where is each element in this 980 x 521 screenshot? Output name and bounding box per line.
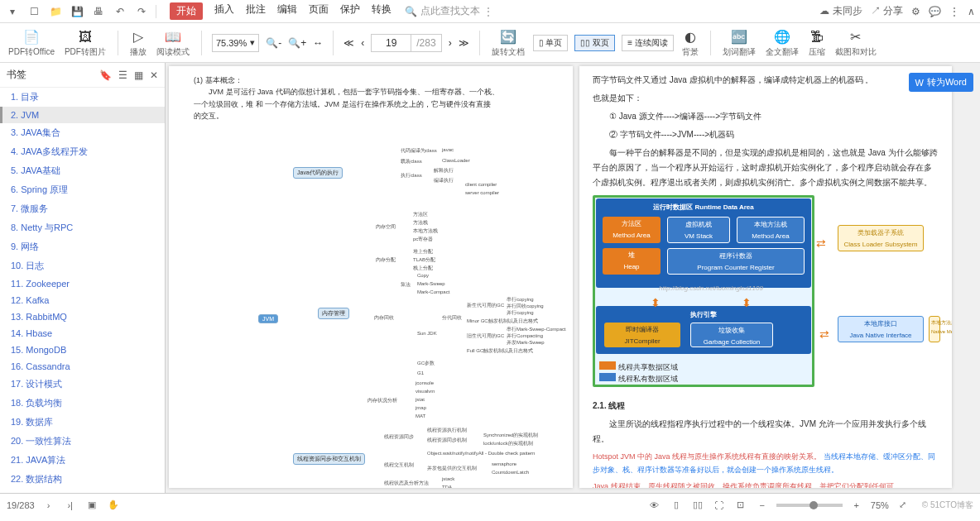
tab-convert[interactable]: 转换 [372, 2, 392, 20]
mind-leaf: javac [442, 147, 454, 152]
sidebar-item[interactable]: 17. 设计模式 [0, 375, 165, 394]
sidebar-item[interactable]: 7. 微服务 [0, 199, 165, 218]
bookmarks-icon[interactable]: 🔖 [99, 69, 112, 81]
view-double[interactable]: ▯▯ 双页 [574, 35, 615, 51]
settings-icon[interactable]: ⚙ [911, 6, 920, 17]
tab-protect[interactable]: 保护 [340, 2, 360, 20]
sidebar-item[interactable]: 9. 网络 [0, 237, 165, 256]
sidebar-item[interactable]: 2. JVM [0, 107, 165, 123]
mind-leaf: semaphore [492, 461, 516, 466]
sidebar-item[interactable]: 1. 目录 [0, 88, 165, 107]
menu-more[interactable]: ⋮ [949, 6, 959, 17]
fullscreen-icon[interactable]: ⛶ [712, 498, 727, 513]
close-icon[interactable]: ✕ [150, 69, 158, 81]
nav-prev-icon[interactable]: ‹ [361, 37, 364, 49]
status-hand-icon[interactable]: ✋ [106, 498, 121, 513]
sidebar-item[interactable]: 5. JAVA基础 [0, 161, 165, 180]
rotate-button[interactable]: 🔄旋转文档 [490, 28, 526, 58]
mind-leaf: 线程交互机制 [384, 461, 414, 469]
fulltext-translate[interactable]: 🌐全文翻译 [764, 28, 800, 58]
mind-leaf: Full GC触发机制以及日志格式 [467, 347, 533, 355]
pdf-to-image[interactable]: 🖼PDF转图片 [63, 28, 108, 58]
view-double-icon[interactable]: ▯▯ [690, 498, 705, 513]
mind-node: Java代码的执行 [293, 167, 343, 179]
sidebar-item[interactable]: 14. Hbase [0, 325, 165, 342]
mind-leaf: Minor GC触发机制以及日志格式 [467, 318, 538, 325]
expand-icon[interactable]: ⤢ [896, 498, 910, 513]
tab-edit[interactable]: 编辑 [277, 2, 297, 20]
app-menu[interactable]: ▾ [5, 4, 20, 19]
sidebar-item[interactable]: 15. MongoDB [0, 342, 165, 358]
sidebar-item[interactable]: 6. Spring 原理 [0, 180, 165, 199]
sidebar-item[interactable]: 16. Cassandra [0, 358, 165, 375]
mind-leaf: Sun JDK [417, 331, 437, 336]
zoom-out-icon[interactable]: 🔍- [266, 37, 281, 49]
search-input[interactable]: 🔍 点此查找文本 ⋮ [405, 4, 493, 18]
crop-button[interactable]: ✂截图和对比 [833, 28, 878, 58]
mind-leaf: 堆上分配 [413, 248, 433, 256]
sidebar-item[interactable]: 12. Kafka [0, 292, 165, 308]
view-single[interactable]: ▯ 单页 [533, 35, 569, 51]
print-icon[interactable]: 🖶 [91, 4, 106, 19]
nav-last-icon[interactable]: ≫ [459, 37, 469, 49]
zoom-control[interactable]: 75.39%▾ [212, 34, 259, 52]
sidebar-item[interactable]: 19. 数据库 [0, 413, 165, 432]
sidebar-item[interactable]: 10. 日志 [0, 256, 165, 275]
mind-leaf: 线程资源执行机制 [427, 427, 467, 434]
sidebar-item[interactable]: 3. JAVA集合 [0, 123, 165, 142]
status-prev-icon[interactable]: › [41, 498, 56, 513]
pdf-to-office[interactable]: 📄PDF转Office [7, 28, 56, 58]
play-button[interactable]: ▷播放 [128, 28, 148, 58]
fit-icon[interactable]: ⊡ [733, 498, 748, 513]
zoom-in-icon[interactable]: + [849, 498, 864, 513]
sidebar-item[interactable]: 18. 负载均衡 [0, 394, 165, 413]
view-continuous[interactable]: ≡ 连续阅读 [622, 35, 674, 51]
mind-leaf: 代码编译为class [401, 147, 437, 155]
tab-insert[interactable]: 插入 [214, 2, 234, 20]
sidebar-item[interactable]: 8. Netty 与RPC [0, 218, 165, 237]
read-mode[interactable]: 📖阅读模式 [155, 28, 191, 58]
thumbnails-icon[interactable]: ▦ [134, 69, 143, 81]
nav-next-icon[interactable]: › [449, 37, 452, 49]
tab-page[interactable]: 页面 [309, 2, 329, 20]
view-mode-icon[interactable]: ▯ [669, 498, 684, 513]
sidebar-item[interactable]: 21. JAVA算法 [0, 451, 165, 470]
compress-button[interactable]: 🗜压缩 [807, 28, 827, 58]
fit-width-icon[interactable]: ↔ [313, 37, 323, 49]
dict-translate[interactable]: 🔤划词翻译 [721, 28, 757, 58]
mind-leaf: Mark-Compact [417, 289, 449, 294]
mind-leaf: 编译执行 [434, 177, 454, 184]
collapse-icon[interactable]: ∧ [968, 6, 975, 17]
sidebar-item[interactable]: 11. Zookeeper [0, 275, 165, 292]
sidebar-item[interactable]: 20. 一致性算法 [0, 432, 165, 451]
eye-icon[interactable]: 👁 [647, 498, 662, 513]
convert-to-word[interactable]: W 转为Word [909, 73, 973, 92]
sidebar-item[interactable]: 13. RabbitMQ [0, 308, 165, 325]
status-split-icon[interactable]: ▣ [84, 498, 99, 513]
open-icon[interactable]: 📁 [48, 4, 63, 19]
sidebar-item[interactable]: 22. 数据结构 [0, 470, 165, 489]
share-button[interactable]: ↗ 分享 [871, 4, 903, 18]
status-last-icon[interactable]: ›| [63, 498, 78, 513]
zoom-slider[interactable] [776, 504, 843, 507]
sidebar-item[interactable]: 4. JAVA多线程开发 [0, 142, 165, 161]
mind-leaf: 算法 [401, 281, 411, 289]
nav-first-icon[interactable]: ≪ [343, 37, 354, 49]
redo-icon[interactable]: ↷ [134, 4, 149, 19]
sync-status[interactable]: ☁ 未同步 [819, 4, 862, 18]
feedback-icon[interactable]: 💬 [929, 6, 941, 17]
page-input[interactable]: 19 /283 [371, 34, 441, 52]
undo-icon[interactable]: ↶ [113, 4, 127, 19]
heading: (1) 基本概念： [194, 74, 548, 86]
mind-leaf: jstack [442, 476, 454, 481]
tab-annotate[interactable]: 批注 [246, 2, 266, 20]
new-icon[interactable]: ☐ [26, 4, 41, 19]
menu-more-icon[interactable]: ⋮ [483, 6, 493, 17]
save-icon[interactable]: 💾 [70, 4, 84, 19]
tab-start[interactable]: 开始 [170, 2, 203, 20]
zoom-out-icon[interactable]: − [755, 498, 770, 513]
h2-thread: 2.1. 线程 [593, 399, 939, 413]
bg-button[interactable]: ◐背景 [680, 28, 700, 58]
outline-icon[interactable]: ☰ [118, 69, 127, 81]
zoom-in-icon[interactable]: 🔍+ [288, 37, 306, 49]
